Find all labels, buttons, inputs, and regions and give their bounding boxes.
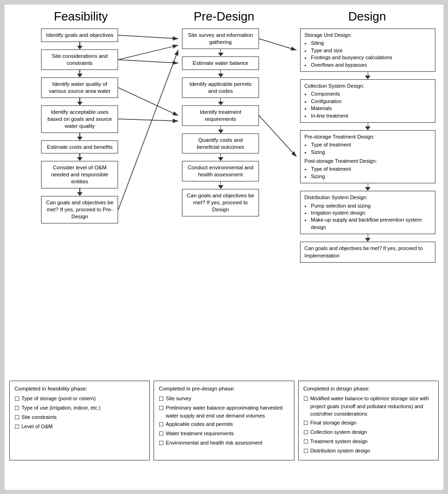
summary-pre-item-5: Environmental and health risk assessment bbox=[159, 439, 289, 447]
pre-box-3: Identify applicable permits and codes bbox=[182, 77, 259, 98]
predesign-column: Site survey and information gathering Es… bbox=[150, 28, 291, 374]
design-collection-box: Collection System Design: Components Con… bbox=[300, 79, 435, 123]
design-post-treatment-item-1: Type of treatment bbox=[311, 166, 431, 173]
summary-feas-item-4: Level of O&M bbox=[14, 423, 145, 431]
design-storage-item-4: Overflows and bypasses bbox=[311, 62, 431, 69]
summary-pre-item-4: Water treatment requirements bbox=[159, 430, 289, 438]
feas-box-7: Can goals and objectives be met? If yes,… bbox=[41, 196, 118, 223]
design-collection-item-1: Components bbox=[311, 90, 431, 97]
arrow-3 bbox=[77, 98, 83, 105]
header-predesign: Pre-Design bbox=[153, 9, 296, 24]
feas-box-1: Identify goals and objectives bbox=[41, 28, 118, 42]
design-distribution-box: Distribution System Design: Pump selecti… bbox=[300, 191, 435, 234]
feasibility-column: Identify goals and objectives Site consi… bbox=[9, 28, 150, 374]
design-post-treatment-title: Post-storage Treatment Design: bbox=[304, 158, 377, 164]
arrow-2 bbox=[77, 70, 83, 77]
pre-arrow-1 bbox=[218, 49, 224, 56]
design-storage-item-3: Footings and buoyancy calculations bbox=[311, 54, 431, 61]
feas-box-5: Estimate costs and benefits bbox=[41, 140, 118, 154]
arrow-6 bbox=[77, 188, 83, 196]
column-headers: Feasibility Pre-Design Design bbox=[9, 9, 439, 24]
flow-area: Identify goals and objectives Site consi… bbox=[9, 28, 439, 374]
design-storage-item-1: Siting bbox=[311, 40, 431, 47]
pre-arrow-6 bbox=[218, 181, 224, 189]
design-storage-item-2: Type and size bbox=[311, 47, 431, 54]
summary-des-item-2: Final storage design bbox=[303, 419, 434, 427]
summary-des-item-1: Modified water balance to optimize stora… bbox=[303, 395, 434, 418]
summary-design-title: Completed in design phase: bbox=[303, 385, 434, 393]
summary-feasibility-title: Completed in feasibility phase: bbox=[14, 385, 145, 393]
design-stack: Storage Unit Design: Siting Type and siz… bbox=[300, 28, 435, 263]
des-arrow-3 bbox=[300, 183, 435, 191]
summary-feas-item-3: Site constraints bbox=[14, 413, 145, 422]
summary-pre-item-3: Applicable codes and permits bbox=[159, 420, 289, 429]
design-distribution-item-2: Irrigation system design bbox=[311, 209, 431, 216]
summary-pre-item-2: Preliminary water balance approximating … bbox=[159, 404, 289, 419]
main-container: Feasibility Pre-Design Design Identify g… bbox=[5, 5, 443, 490]
pre-arrow-3 bbox=[218, 98, 224, 105]
pre-box-5: Quantify costs and beneficial outcomes bbox=[182, 133, 259, 154]
pre-box-4: Identify treatment requirements bbox=[182, 105, 259, 126]
design-post-treatment-list: Type of treatment Sizing bbox=[311, 166, 431, 180]
design-collection-item-3: Materials bbox=[311, 105, 431, 112]
design-storage-list: Siting Type and size Footings and buoyan… bbox=[311, 40, 431, 69]
pre-box-2: Estimate water balance bbox=[182, 56, 259, 70]
summary-feas-item-2: Type of use (irrigation, indoor, etc.) bbox=[14, 404, 145, 412]
header-feasibility: Feasibility bbox=[9, 9, 153, 24]
arrow-1 bbox=[77, 42, 83, 49]
feas-box-2: Site considerations and constraints bbox=[41, 49, 118, 70]
design-collection-item-2: Configuration bbox=[311, 98, 431, 105]
design-storage-box: Storage Unit Design: Siting Type and siz… bbox=[300, 28, 435, 72]
pre-box-7: Can goals and objectives be met? If yes,… bbox=[182, 189, 259, 216]
design-pre-treatment-title: Pre-storage Treatment Design: bbox=[304, 134, 374, 139]
summary-predesign: Completed in pre-design phase: Site surv… bbox=[154, 381, 294, 460]
summary-des-item-3: Collection system design bbox=[303, 428, 434, 437]
pre-box-1: Site survey and information gathering bbox=[182, 28, 259, 49]
summary-feasibility: Completed in feasibility phase: Type of … bbox=[9, 381, 150, 460]
des-arrow-2 bbox=[300, 123, 435, 130]
design-collection-title: Collection System Design: bbox=[304, 83, 364, 89]
design-final-box: Can goals and objectives be met? If yes,… bbox=[300, 242, 435, 263]
design-distribution-item-3: Make-up supply and backflow prevention s… bbox=[311, 216, 431, 231]
design-final-text: Can goals and objectives be met? If yes,… bbox=[304, 245, 422, 258]
arrow-4 bbox=[77, 133, 83, 140]
feas-box-6: Consider level of O&M needed and respons… bbox=[41, 161, 118, 188]
feas-box-3: Identify water quality of various source… bbox=[41, 77, 118, 98]
pre-arrow-4 bbox=[218, 126, 224, 133]
des-arrow-1 bbox=[300, 72, 435, 79]
header-design: Design bbox=[295, 9, 439, 24]
pre-arrow-2 bbox=[218, 70, 224, 77]
pre-arrow-5 bbox=[218, 153, 224, 161]
design-post-treatment-item-2: Sizing bbox=[311, 173, 431, 180]
arrow-5 bbox=[77, 153, 83, 161]
design-pre-treatment-item-1: Type of treatment bbox=[311, 141, 431, 148]
pre-box-6: Conduct environmental and health assessm… bbox=[182, 161, 259, 181]
design-distribution-list: Pump selection and sizing Irrigation sys… bbox=[311, 202, 431, 231]
summary-design: Completed in design phase: Modified wate… bbox=[298, 381, 439, 460]
design-distribution-title: Distribution System Design: bbox=[304, 195, 367, 200]
summary-des-item-4: Treatment system design bbox=[303, 438, 434, 446]
summary-pre-item-1: Site survey bbox=[159, 395, 289, 403]
feas-box-4: Identify acceptable uses based on goals … bbox=[41, 105, 118, 133]
design-pre-treatment-item-2: Sizing bbox=[311, 149, 431, 156]
des-arrow-4 bbox=[300, 234, 435, 242]
summary-des-item-5: Distribution system design bbox=[303, 447, 434, 455]
design-distribution-item-1: Pump selection and sizing bbox=[311, 202, 431, 209]
summary-predesign-title: Completed in pre-design phase: bbox=[159, 385, 289, 393]
summary-feas-item-1: Type of storage (pond or cistern) bbox=[14, 395, 145, 403]
summary-row: Completed in feasibility phase: Type of … bbox=[9, 381, 439, 460]
design-collection-item-4: In-line treatment bbox=[311, 112, 431, 119]
design-column: Storage Unit Design: Siting Type and siz… bbox=[291, 28, 439, 374]
design-collection-list: Components Configuration Materials In-li… bbox=[311, 90, 431, 119]
design-storage-title: Storage Unit Design: bbox=[304, 32, 352, 38]
design-pre-treatment-list: Type of treatment Sizing bbox=[311, 141, 431, 156]
design-treatment-box: Pre-storage Treatment Design: Type of tr… bbox=[300, 130, 435, 183]
